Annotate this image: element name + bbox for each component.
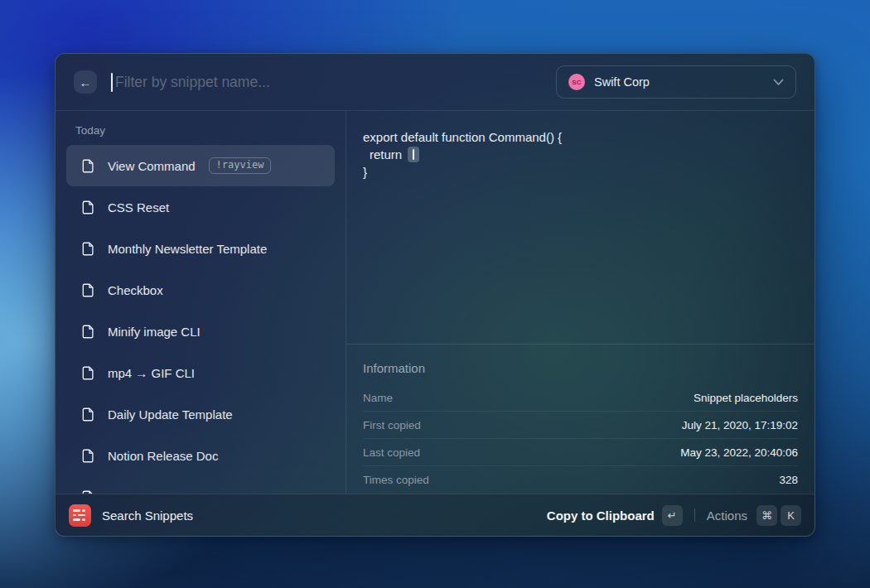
list-item-mp4-gif-cli[interactable]: mp4 → GIF CLI [66, 352, 335, 393]
document-icon [80, 324, 96, 340]
k-key-icon: K [781, 505, 801, 526]
return-key-icon: ↵ [662, 505, 683, 526]
detail-panel: export default function Command() { retu… [346, 111, 814, 494]
info-value: 328 [779, 474, 798, 486]
info-label: First copied [363, 419, 421, 431]
back-arrow-icon: ← [80, 75, 92, 89]
info-label: Name [363, 392, 393, 404]
list-item-notion-release[interactable]: Notion Release Doc [66, 435, 335, 476]
organization-avatar: SC [568, 74, 585, 90]
document-icon [80, 365, 96, 381]
snippet-list: Today View Command !rayview CSS Reset Mo… [56, 111, 346, 494]
list-item-partial[interactable] [66, 476, 335, 494]
app-name: Search Snippets [102, 508, 193, 523]
snippet-title: Minify image CLI [108, 325, 201, 339]
info-row-first-copied: First copied July 21, 2020, 17:19:02 [363, 412, 798, 439]
info-label: Last copied [363, 446, 420, 459]
snippet-preview: export default function Command() { retu… [346, 111, 814, 344]
code-return-keyword: return [370, 146, 402, 163]
info-row-last-copied: Last copied May 23, 2022, 20:40:06 [363, 439, 798, 466]
snippet-title: mp4 → GIF CLI [108, 366, 195, 380]
information-section: Information Name Snippet placeholders Fi… [346, 344, 814, 494]
footer-divider [694, 508, 695, 522]
copy-to-clipboard-button[interactable]: Copy to Clipboard [547, 508, 655, 523]
search-input[interactable]: Filter by snippet name... [115, 74, 270, 91]
organization-dropdown[interactable]: SC Swift Corp [556, 65, 796, 99]
snippet-title: Checkbox [108, 283, 163, 297]
snippet-title: CSS Reset [108, 200, 169, 214]
snippet-title: View Command [108, 159, 196, 173]
info-label: Times copied [363, 474, 429, 486]
info-row-name: Name Snippet placeholders [363, 384, 798, 412]
placeholder-cursor-chip [408, 147, 419, 162]
snippets-app-icon [69, 504, 91, 527]
info-value: Snippet placeholders [694, 392, 798, 404]
action-bar: Search Snippets Copy to Clipboard ↵ Acti… [56, 494, 814, 536]
document-icon [80, 158, 96, 174]
snippet-title: Notion Release Doc [108, 449, 218, 463]
code-line-1: export default function Command() { [363, 128, 798, 146]
list-item-daily-update[interactable]: Daily Update Template [66, 393, 335, 435]
actions-button[interactable]: Actions [707, 508, 747, 523]
search-header: ← Filter by snippet name... SC Swift Cor… [56, 54, 814, 111]
info-row-times-copied: Times copied 328 [363, 466, 798, 494]
chevron-down-icon [773, 79, 784, 86]
document-icon [80, 282, 96, 298]
back-button[interactable]: ← [74, 70, 97, 94]
code-line-2: return [363, 146, 798, 163]
snippet-keyword-badge: !rayview [209, 157, 272, 174]
list-item-view-command[interactable]: View Command !rayview [66, 145, 335, 186]
organization-name: Swift Corp [594, 75, 764, 89]
launcher-window: ← Filter by snippet name... SC Swift Cor… [55, 53, 815, 537]
info-value: July 21, 2020, 17:19:02 [682, 419, 798, 431]
list-item-monthly-newsletter[interactable]: Monthly Newsletter Template [66, 228, 335, 269]
section-header: Today [56, 118, 346, 145]
text-caret [111, 73, 113, 92]
document-icon [80, 241, 96, 257]
snippet-title: Monthly Newsletter Template [108, 242, 267, 256]
list-item-minify-image-cli[interactable]: Minify image CLI [66, 311, 335, 352]
list-item-checkbox[interactable]: Checkbox [66, 269, 335, 311]
info-value: May 23, 2022, 20:40:06 [680, 446, 798, 459]
command-key-icon: ⌘ [756, 505, 777, 526]
snippet-title: Daily Update Template [108, 407, 233, 422]
information-title: Information [363, 356, 798, 384]
document-icon [80, 448, 96, 464]
list-item-css-reset[interactable]: CSS Reset [66, 186, 335, 228]
document-icon [80, 200, 96, 215]
document-icon [80, 407, 96, 422]
code-line-3: } [363, 163, 798, 181]
